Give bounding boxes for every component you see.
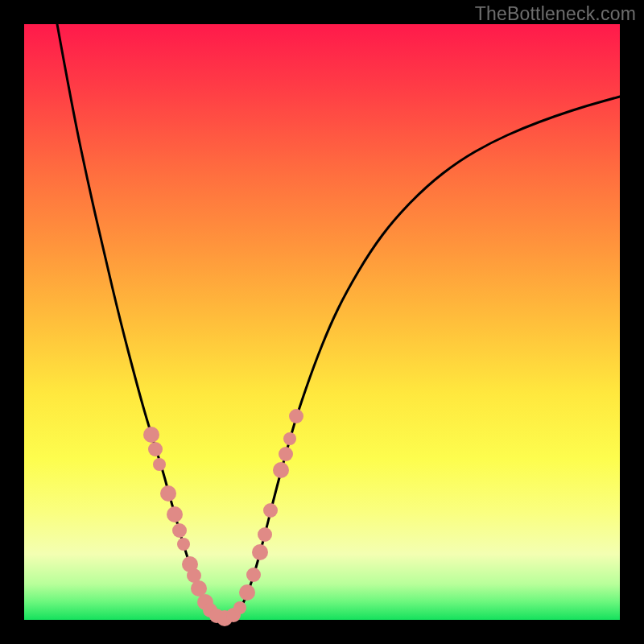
plot-area <box>24 24 620 620</box>
bead <box>279 447 293 461</box>
left-curve <box>57 24 225 619</box>
bead <box>177 538 190 551</box>
bead <box>263 503 278 518</box>
bead <box>252 544 268 560</box>
bead <box>143 427 159 443</box>
bead <box>246 568 261 582</box>
bead <box>153 458 166 471</box>
bead <box>160 485 176 502</box>
bead <box>172 523 187 538</box>
beads-right-group <box>226 409 303 622</box>
right-curve <box>225 97 620 619</box>
bead <box>239 584 255 601</box>
bead <box>283 432 296 445</box>
curves-svg <box>24 24 620 620</box>
bead <box>167 506 183 522</box>
bead <box>191 580 207 597</box>
beads-left-group <box>143 427 233 626</box>
bead <box>148 442 163 456</box>
bead <box>233 601 246 614</box>
bead <box>273 462 289 478</box>
watermark-text: TheBottleneck.com <box>475 3 636 25</box>
bead <box>289 409 303 423</box>
frame: TheBottleneck.com <box>0 0 644 644</box>
bead <box>258 527 272 542</box>
